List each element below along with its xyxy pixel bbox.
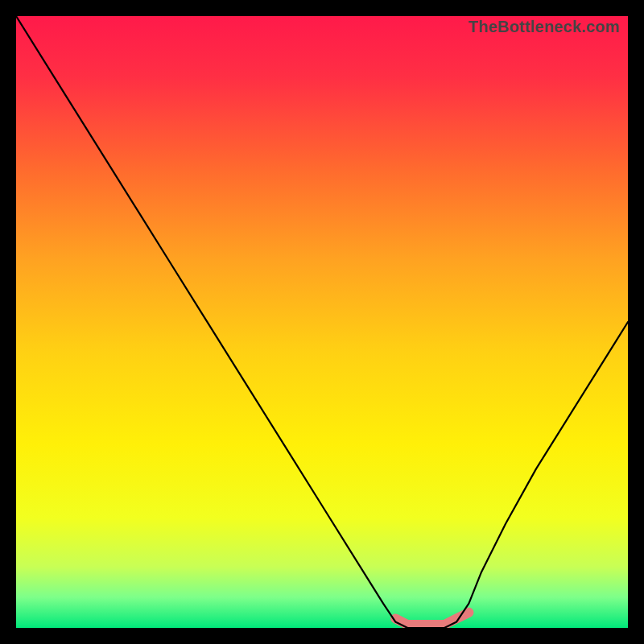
bottleneck-curve: [16, 16, 628, 628]
plot-area: TheBottleneck.com: [16, 16, 628, 628]
chart-frame: TheBottleneck.com: [0, 0, 644, 644]
curve-layer: [16, 16, 628, 628]
watermark-text: TheBottleneck.com: [469, 18, 620, 36]
